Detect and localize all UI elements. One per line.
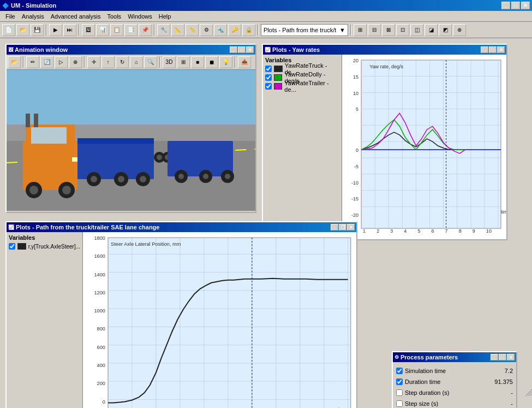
app-icon: 🔷 [2,3,9,9]
anim-maximize[interactable]: □ [238,46,246,53]
anim-solid[interactable]: ■ [191,56,204,68]
proc-value-2: - [486,389,513,396]
svg-text:1400: 1400 [94,272,105,277]
anim-draw[interactable]: ✏ [26,56,39,68]
minimize-button[interactable]: _ [501,2,510,9]
anim-minimize[interactable]: _ [230,46,237,53]
view-btn-4[interactable]: 📑 [124,24,138,36]
yaw-var-check-2[interactable] [265,83,272,90]
maximize-button[interactable]: □ [511,2,520,9]
close-button[interactable]: ✕ [521,2,530,9]
proc-check-2[interactable] [396,389,403,396]
path-title: Plots - Path from the truck/trailer SAE … [16,224,159,230]
proc-check-0[interactable] [396,368,403,374]
proc-close[interactable]: ✕ [507,354,515,360]
proc-titlebar: ⚙ Process parameters _ □ ✕ [393,352,516,362]
view-btn-3[interactable]: 📋 [110,24,123,36]
tool-btn-4[interactable]: ⚙ [200,24,213,36]
anim-move[interactable]: ✛ [87,56,100,68]
view-btn-1[interactable]: 🖼 [82,24,95,36]
anim-close[interactable]: ✕ [246,46,254,53]
anim-up[interactable]: ↑ [101,56,115,68]
path-var-check-0[interactable] [9,243,15,250]
path-var-title: Variables [9,234,80,241]
menu-windows[interactable]: Windows [124,12,156,21]
tool-btn-2[interactable]: 📐 [171,24,184,36]
anim-orbit[interactable]: ↻ [116,56,129,68]
anim-shaded[interactable]: ◼ [205,56,218,68]
anim-light[interactable]: 💡 [219,56,232,68]
extra-btn-7[interactable]: ◩ [439,24,452,36]
yaw-maximize[interactable]: □ [489,46,497,53]
path-icon: 📈 [8,224,14,230]
extra-btn-2[interactable]: ⊟ [368,24,381,36]
svg-text:time, s: time, s [501,209,506,215]
yaw-close[interactable]: ✕ [497,46,505,53]
anim-center[interactable]: ⊕ [69,56,82,68]
menu-tools[interactable]: Tools [104,12,124,21]
path-var-color-0 [17,243,26,250]
proc-value-3: - [486,400,513,407]
proc-check-1[interactable] [396,379,403,385]
proc-label-3: Step size (s) [405,400,483,407]
anim-3d[interactable]: 3D [163,56,176,68]
open-button[interactable]: 📂 [16,24,29,36]
yaw-var-check-0[interactable] [265,66,272,72]
yaw-var-color-2 [274,83,282,90]
svg-point-8 [29,186,38,194]
tool-btn-6[interactable]: 🔑 [228,24,241,36]
svg-line-125 [530,394,532,396]
svg-text:-5: -5 [354,164,358,169]
anim-select[interactable]: ▷ [55,56,68,68]
step-button[interactable]: ⏭ [63,24,76,36]
anim-zoom[interactable]: 🔍 [144,56,157,68]
anim-rotate[interactable]: 🔄 [40,56,53,68]
anim-export[interactable]: 📤 [238,56,251,68]
yaw-var-check-1[interactable] [265,74,272,81]
svg-point-10 [62,186,71,194]
yaw-minimize[interactable]: _ [481,46,488,53]
menu-help[interactable]: Help [156,12,175,21]
tool-btn-7[interactable]: 🔒 [242,24,255,36]
save-button[interactable]: 💾 [31,24,44,36]
view-btn-5[interactable]: 📌 [139,24,152,36]
anim-open[interactable]: 📂 [8,56,21,68]
svg-rect-15 [77,138,154,144]
extra-btn-3[interactable]: ⊠ [382,24,395,36]
extra-btn-1[interactable]: ⊞ [354,24,367,36]
svg-point-29 [178,174,184,179]
path-restore[interactable]: ❐ [339,224,346,230]
proc-maximize[interactable]: □ [499,354,506,360]
svg-text:15: 15 [353,74,358,80]
svg-text:0: 0 [356,147,358,153]
svg-text:10: 10 [353,91,358,96]
svg-text:0: 0 [103,399,105,405]
extra-btn-5[interactable]: ◫ [410,24,423,36]
menu-advanced-analysis[interactable]: Advanced analysis [47,12,104,21]
new-button[interactable]: 📄 [2,24,15,36]
play-button[interactable]: ▶ [49,24,62,36]
anim-wire[interactable]: ⊞ [177,56,190,68]
extra-btn-6[interactable]: ◪ [425,24,438,36]
proc-minimize[interactable]: _ [491,354,498,360]
view-btn-2[interactable]: 📊 [96,24,109,36]
app-title-bar: 🔷 UM - Simulation _ □ ✕ [0,0,532,11]
resize-grip [524,388,532,396]
extra-btn-8[interactable]: ⊕ [453,24,466,36]
svg-point-17 [91,176,97,182]
path-close[interactable]: ✕ [347,224,355,230]
svg-point-24 [157,155,162,160]
tool-btn-5[interactable]: 🔩 [214,24,227,36]
plots-dropdown[interactable]: Plots - Path from the truck/t ▼ [261,24,348,36]
tool-btn-3[interactable]: 📏 [186,24,199,36]
yaw-var-name-2: YawRateTrailer - de... [284,80,339,93]
anim-reset[interactable]: ⌂ [130,56,143,68]
svg-text:200: 200 [97,381,105,386]
menu-file[interactable]: File [2,12,19,21]
proc-check-3[interactable] [396,400,403,407]
tool-btn-1[interactable]: 🔧 [157,24,170,36]
svg-text:1000: 1000 [94,308,105,314]
menu-analysis[interactable]: Analysis [19,12,47,21]
path-minimize[interactable]: _ [331,224,338,230]
extra-btn-4[interactable]: ⊡ [396,24,409,36]
